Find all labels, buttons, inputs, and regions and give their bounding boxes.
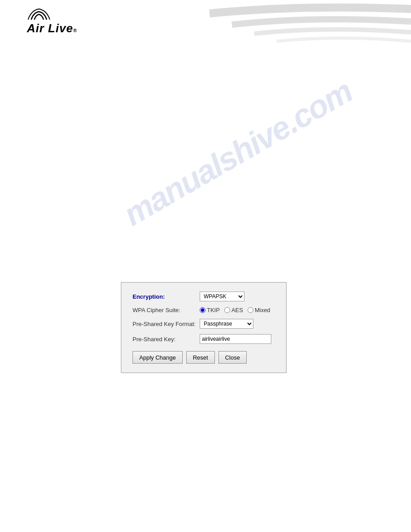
settings-dialog: Encryption: WPAPSK None WEP WPA2PSK WPAP…	[121, 282, 287, 373]
psk-key-input[interactable]	[200, 334, 271, 344]
apply-change-button[interactable]: Apply Change	[133, 351, 183, 364]
psk-format-label: Pre-Shared Key Format:	[133, 321, 200, 327]
wpa-cipher-row: WPA Cipher Suite: TKIP AES Mixed	[133, 307, 275, 313]
cipher-radio-group: TKIP AES Mixed	[200, 307, 270, 313]
aes-option[interactable]: AES	[224, 307, 243, 313]
header: Air Live ®	[0, 0, 411, 54]
wpa-cipher-label: WPA Cipher Suite:	[133, 307, 200, 313]
logo-air: Air Live	[27, 21, 73, 35]
close-button[interactable]: Close	[218, 351, 247, 364]
signal-icon	[27, 8, 51, 21]
encryption-row: Encryption: WPAPSK None WEP WPA2PSK WPAP…	[133, 292, 275, 301]
tkip-label: TKIP	[207, 307, 220, 313]
psk-key-label: Pre-Shared Key:	[133, 336, 200, 343]
aes-radio[interactable]	[224, 307, 230, 313]
reset-button[interactable]: Reset	[186, 351, 215, 364]
mixed-option[interactable]: Mixed	[248, 307, 270, 313]
button-row: Apply Change Reset Close	[133, 351, 275, 364]
mixed-radio[interactable]	[248, 307, 253, 313]
psk-key-row: Pre-Shared Key:	[133, 334, 275, 344]
tkip-option[interactable]: TKIP	[200, 307, 220, 313]
swoosh-decoration	[120, 0, 411, 54]
watermark: manualshive.com	[117, 73, 358, 233]
encryption-label: Encryption:	[133, 293, 200, 300]
logo: Air Live ®	[27, 8, 77, 35]
mixed-label: Mixed	[255, 307, 270, 313]
psk-format-row: Pre-Shared Key Format: Passphrase Hex	[133, 319, 275, 329]
aes-label: AES	[231, 307, 243, 313]
encryption-select[interactable]: WPAPSK None WEP WPA2PSK WPAPSK/WPA2PSK	[200, 292, 244, 301]
psk-format-select[interactable]: Passphrase Hex	[200, 319, 253, 329]
logo-registered: ®	[73, 28, 77, 33]
tkip-radio[interactable]	[200, 307, 206, 313]
